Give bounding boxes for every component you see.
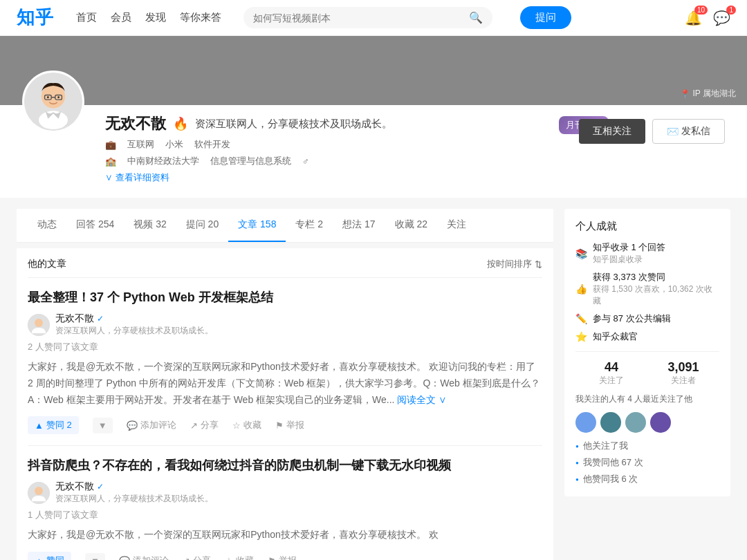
achievements-title: 个人成就 — [575, 220, 719, 233]
vote-down-button[interactable]: ▼ — [93, 418, 113, 433]
profile-banner: 📍 IP 属地湖北 — [0, 36, 747, 105]
author-name[interactable]: 无欢不散 — [55, 312, 94, 325]
down-arrow-icon: ▼ — [98, 420, 107, 431]
vote-up-button-2[interactable]: ▲ 赞同 — [28, 552, 71, 560]
svg-point-12 — [35, 487, 43, 495]
vote-down-button-2[interactable]: ▼ — [85, 553, 105, 560]
school-name: 中南财经政法大学 — [127, 155, 199, 167]
search-icon: 🔍 — [469, 11, 483, 24]
dot-icon-0: ● — [575, 443, 579, 449]
tag-icon: 💼 — [105, 140, 116, 150]
nav-discover[interactable]: 发现 — [145, 11, 166, 24]
notification-badge: 10 — [694, 6, 708, 15]
article-title[interactable]: 最全整理！37 个 Python Web 开发框架总结 — [28, 289, 542, 306]
article-actions: ▲ 赞同 2 ▼ 💬 添加评论 ↗ 分享 ☆ — [28, 416, 542, 434]
profile-actions: 互相关注 ✉️ 发私信 — [579, 119, 725, 144]
he-voted-me[interactable]: ● 他赞同我 6 次 — [575, 473, 719, 485]
star-sidebar-icon: ⭐ — [575, 331, 587, 342]
view-detail-link[interactable]: ∨ 查看详细资料 — [105, 172, 169, 183]
ip-location: 📍 IP 属地湖北 — [680, 88, 736, 100]
header-icons: 🔔 10 💬 1 — [685, 10, 730, 26]
book-icon: 📚 — [575, 248, 587, 259]
flame-icon: 🔥 — [173, 116, 188, 131]
following-label: 关注了 — [575, 375, 647, 386]
tab-answers[interactable]: 回答 254 — [66, 209, 124, 242]
follower-avatar-1[interactable] — [600, 412, 621, 433]
report-button[interactable]: ⚑ 举报 — [275, 419, 304, 431]
profile-info: 无欢不散 🔥 资深互联网人，分享硬核技术及职场成长。 💼 互联网 小米 软件开发… — [22, 105, 725, 184]
up-arrow-icon: ▲ — [35, 420, 44, 431]
add-comment-button[interactable]: 💬 添加评论 — [127, 419, 176, 431]
share-button-2[interactable]: ↗ 分享 — [183, 554, 211, 560]
article-item-2: 抖音防爬虫？不存在的，看我如何绕过抖音的防爬虫机制一键下载无水印视频 无欢不散 … — [28, 446, 542, 560]
message-button[interactable]: ✉️ 发私信 — [652, 119, 725, 144]
sidebar: 个人成就 📚 知乎收录 1 个回答 知乎圆桌收录 👍 获得 3,373 次赞同 … — [564, 209, 730, 560]
ask-button[interactable]: 提问 — [520, 6, 571, 29]
message-icon-wrap[interactable]: 💬 1 — [713, 10, 730, 26]
nav-home[interactable]: 首页 — [76, 11, 97, 24]
dot-icon-2: ● — [575, 476, 579, 483]
nav-waitforyou[interactable]: 等你来答 — [180, 11, 221, 24]
follower-avatar-2[interactable] — [625, 412, 646, 433]
chevron-icon: ∨ — [105, 172, 113, 183]
achievements-card: 个人成就 📚 知乎收录 1 个回答 知乎圆桌收录 👍 获得 3,373 次赞同 … — [564, 209, 730, 496]
follower-avatar-0[interactable] — [575, 412, 596, 433]
author-avatar — [28, 314, 50, 336]
logo[interactable]: 知乎 — [17, 6, 54, 30]
share-button[interactable]: ↗ 分享 — [190, 419, 219, 431]
author-name-2[interactable]: 无欢不散 — [55, 480, 94, 493]
tab-favorites[interactable]: 收藏 22 — [385, 209, 437, 242]
add-comment-button-2[interactable]: 💬 添加评论 — [119, 554, 169, 560]
tab-questions[interactable]: 提问 20 — [176, 209, 228, 242]
verified-icon-2: ✓ — [97, 482, 104, 492]
vote-up-button[interactable]: ▲ 赞同 2 — [28, 416, 79, 434]
article-excerpt: 大家好，我是@无欢不散，一个资深的互联网玩家和Python技术爱好者，喜欢分享硬… — [28, 359, 542, 408]
followers-label: 关注者 — [647, 375, 719, 386]
favorite-button-2[interactable]: ☆ 收藏 — [225, 554, 254, 560]
down-arrow-icon-2: ▼ — [91, 556, 100, 560]
tab-activity[interactable]: 动态 — [28, 209, 66, 242]
location-icon: 📍 — [680, 89, 690, 99]
tab-columns[interactable]: 专栏 2 — [286, 209, 333, 242]
article-title-2[interactable]: 抖音防爬虫？不存在的，看我如何绕过抖音的防爬虫机制一键下载无水印视频 — [28, 457, 542, 474]
sort-button[interactable]: 按时间排序 ⇅ — [487, 258, 542, 270]
tab-videos[interactable]: 视频 32 — [124, 209, 176, 242]
article-excerpt-2: 大家好，我是@无欢不散，一个资深的互联网玩家和Python技术爱好者，喜欢分享硬… — [28, 527, 542, 543]
profile-name: 无欢不散 — [105, 113, 166, 134]
followers-stat[interactable]: 3,091 关注者 — [647, 360, 719, 386]
nav-membership[interactable]: 会员 — [111, 11, 131, 24]
he-follows-me[interactable]: ● 他关注了我 — [575, 440, 719, 452]
tab-thoughts[interactable]: 想法 17 — [333, 209, 385, 242]
tab-articles[interactable]: 文章 158 — [228, 209, 286, 242]
follower-avatar-3[interactable] — [650, 412, 671, 433]
share-icon: ↗ — [190, 420, 198, 431]
up-arrow-icon-2: ▲ — [35, 556, 44, 560]
message-badge: 1 — [726, 6, 736, 15]
articles-title: 他的文章 — [28, 258, 66, 270]
tag-software: 软件开发 — [194, 138, 230, 151]
follow-button[interactable]: 互相关注 — [579, 119, 645, 144]
favorite-button[interactable]: ☆ 收藏 — [232, 419, 261, 431]
svg-point-7 — [47, 96, 49, 98]
report-button-2[interactable]: ⚑ 举报 — [268, 554, 297, 560]
article-actions-2: ▲ 赞同 ▼ 💬 添加评论 ↗ 分享 ☆ — [28, 552, 542, 560]
tab-following[interactable]: 关注 — [437, 209, 476, 242]
notification-bell[interactable]: 🔔 10 — [685, 10, 702, 26]
major-name: 信息管理与信息系统 — [210, 155, 291, 167]
message-icon: ✉️ — [667, 126, 679, 137]
achievement-item-3: ⭐ 知乎众裁官 — [575, 330, 719, 343]
i-voted-him[interactable]: ● 我赞同他 67 次 — [575, 456, 719, 469]
sort-icon: ⇅ — [535, 259, 542, 270]
following-stat[interactable]: 44 关注了 — [575, 360, 647, 386]
recent-followers — [575, 412, 719, 433]
following-count: 44 — [575, 360, 647, 375]
followers-count: 3,091 — [647, 360, 719, 375]
profile-section: 无欢不散 🔥 资深互联网人，分享硬核技术及职场成长。 💼 互联网 小米 软件开发… — [0, 105, 747, 198]
author-bio: 资深互联网人，分享硬核技术及职场成长。 — [55, 325, 213, 337]
edit-icon: ✏️ — [575, 313, 587, 324]
search-input[interactable] — [253, 12, 463, 24]
tag-xiaomi: 小米 — [165, 138, 183, 151]
header: 知乎 首页 会员 发现 等你来答 🔍 提问 🔔 10 💬 1 — [0, 0, 747, 36]
star-icon-2: ☆ — [225, 556, 233, 560]
read-more-link[interactable]: 阅读全文 ∨ — [397, 394, 447, 405]
